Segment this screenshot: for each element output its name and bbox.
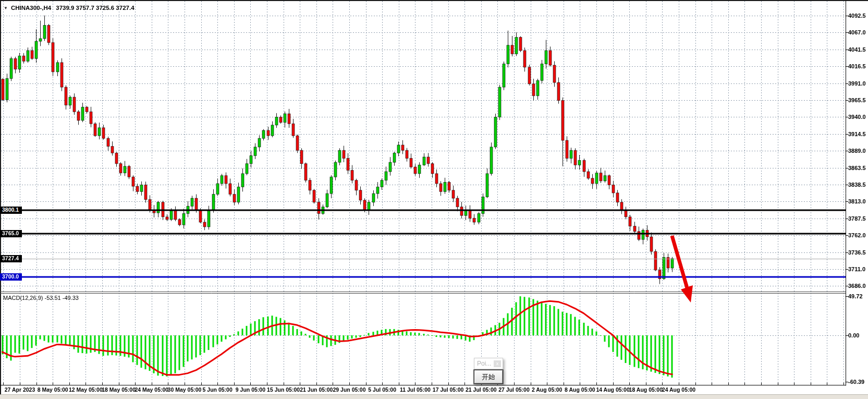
price-badge: 3700.0 (0, 273, 22, 281)
indicator-popup: Poi... x 开始 (474, 358, 503, 384)
macd-axis-label: 49.72 (848, 293, 863, 299)
time-axis-label: 14 Aug 05:00 (596, 386, 629, 393)
time-axis-label: 18 May 05:00 (102, 386, 136, 393)
arrow-shaft (672, 236, 687, 288)
time-axis-label: 24 Aug 05:00 (662, 386, 695, 393)
popup-start-button[interactable]: 开始 (474, 370, 503, 384)
time-axis-label: 8 May 05:00 (38, 386, 68, 393)
popup-titlebar[interactable]: Poi... x (474, 358, 503, 369)
time-axis-label: 24 May 05:00 (135, 386, 168, 393)
symbol-dropdown-icon[interactable]: ▼ (4, 6, 8, 10)
price-axis-label: 3991.0 (848, 80, 866, 87)
time-axis-label: 11 Jul 05:00 (400, 386, 431, 393)
time-axis-label: 21 Jul 05:00 (466, 386, 497, 393)
time-axis-label: 29 Jun 05:00 (333, 386, 365, 393)
time-axis-label: 15 Jun 05:00 (267, 386, 300, 393)
price-axis-label: 4016.5 (848, 63, 866, 69)
bottom-strip (0, 394, 868, 399)
time-axis-label: 30 May 05:00 (168, 386, 202, 393)
price-axis-label: 4092.5 (848, 13, 866, 19)
chart-canvas[interactable] (0, 0, 868, 399)
price-axis-label: 3787.5 (848, 215, 866, 222)
popup-close-icon[interactable]: x (494, 360, 501, 367)
down-arrow-annotation[interactable] (667, 229, 700, 309)
chart-title: ▼CHINA300-,H43739.9 3757.7 3725.6 3727.4 (4, 3, 135, 12)
price-axis-label: 3686.0 (848, 283, 866, 289)
time-axis-label: 27 Apr 2023 (5, 386, 35, 393)
macd-axis-label: -60.39 (848, 379, 864, 385)
price-axis-label: 3762.0 (848, 232, 866, 238)
price-axis-label: 3863.5 (848, 165, 866, 171)
symbol-period-label: CHINA300-,H4 (11, 5, 51, 11)
price-axis-label: 3736.5 (848, 249, 866, 256)
macd-axis-label: 0.00 (848, 332, 859, 338)
mt4-chart-window: ▼CHINA300-,H43739.9 3757.7 3725.6 3727.4… (0, 0, 868, 399)
price-axis-label: 3838.5 (848, 182, 866, 188)
time-axis-label: 5 Jul 05:00 (368, 386, 396, 393)
macd-indicator-label: MACD(12,26,9) -53.51 -49.33 (3, 295, 79, 301)
price-axis-label: 4041.5 (848, 46, 866, 53)
price-badge: 3727.4 (0, 255, 22, 262)
time-axis-label: 2 Aug 05:00 (532, 386, 563, 393)
time-axis-label: 27 Jul 05:00 (498, 386, 530, 393)
time-axis-label: 18 Aug 05:00 (629, 386, 663, 393)
arrow-head (681, 285, 693, 303)
ohlc-quote: 3739.9 3757.7 3725.6 3727.4 (56, 5, 134, 11)
price-axis-label: 3940.0 (848, 114, 866, 120)
price-badge: 3765.0 (0, 230, 22, 237)
time-axis-label: 21 Jun 05:00 (300, 386, 333, 393)
time-axis-label: 8 Aug 05:00 (565, 386, 595, 393)
price-axis-label: 3813.0 (848, 198, 866, 204)
price-badge: 3800.1 (0, 207, 22, 214)
price-axis-label: 3711.0 (848, 266, 865, 272)
popup-title-text: Poi... (477, 360, 491, 367)
price-axis-label: 3914.5 (848, 131, 866, 137)
price-axis-label: 3965.5 (848, 97, 866, 103)
time-axis-label: 9 Jun 05:00 (236, 386, 265, 393)
price-axis-label: 4067.0 (848, 29, 866, 35)
time-axis-label: 17 Jul 05:00 (433, 386, 464, 393)
time-axis-label: 5 Jun 05:00 (203, 386, 233, 393)
time-axis-label: 12 May 05:00 (69, 386, 103, 393)
price-axis-label: 3889.0 (848, 148, 866, 154)
